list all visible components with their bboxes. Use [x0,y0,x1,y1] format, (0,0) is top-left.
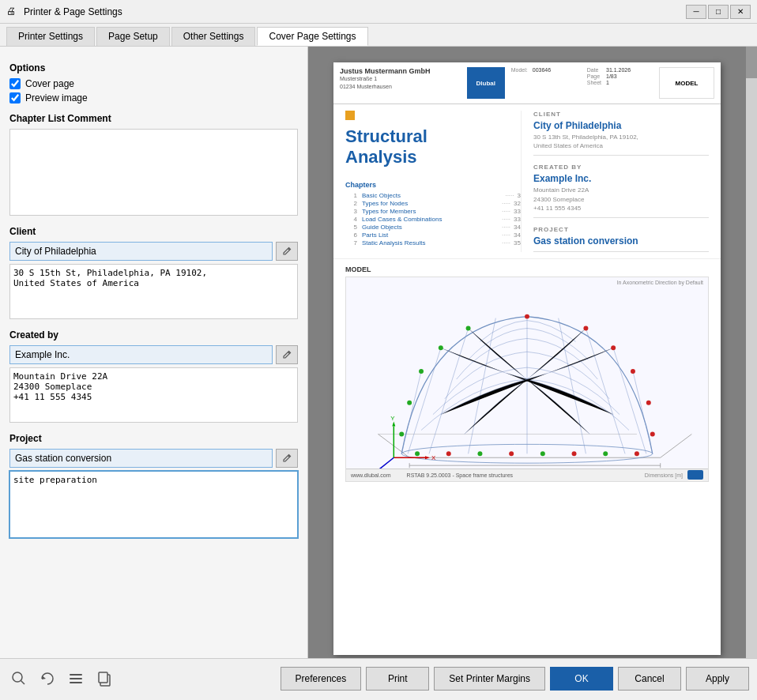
close-button[interactable]: ✕ [730,5,751,19]
svg-point-17 [646,401,651,405]
chapter-num: 1 [345,192,357,199]
app-icon: 🖨 [6,6,19,18]
left-panel: Options Cover page Preview image Chapter… [0,47,308,658]
model-section-label: MODEL [345,265,709,273]
sheet-value: 1 [606,80,656,85]
main-title: Structural Analysis [345,126,521,168]
model-image: In Axonometric Direction by Default [345,277,709,482]
copy-icon-btn[interactable] [93,668,115,690]
refresh-icon-btn[interactable] [36,668,58,690]
copy-icon [96,670,113,687]
preview-image-label: Preview image [25,92,88,103]
svg-marker-32 [392,422,395,427]
preview-header: Justus Mustermann GmbH Musterstraße 1 01… [333,62,721,104]
preferences-button[interactable]: Preferences [281,667,362,691]
bottom-icons [8,668,115,690]
chapter-name: Load Cases & Combinations [362,216,499,223]
svg-point-24 [540,451,545,456]
chapters-list: 1 Basic Objects ····· 3 2 Types for Node… [345,192,521,247]
dome-svg: 24,000 [346,277,708,481]
svg-point-37 [13,672,22,682]
project-name-input[interactable] [9,449,273,468]
scrollbar-thumb[interactable] [746,47,757,78]
preview-image-checkbox[interactable] [9,92,21,103]
svg-point-27 [635,451,639,456]
maximize-button[interactable]: □ [708,5,729,19]
settings-icon-btn[interactable] [65,668,87,690]
tab-cover-page-settings[interactable]: Cover Page Settings [257,27,367,46]
chapter-item: 4 Load Cases & Combinations ····· 33 [345,216,521,223]
svg-point-26 [603,451,608,456]
project-title: Project [9,433,298,444]
main-title-line2: Analysis [345,147,521,167]
minimize-button[interactable]: ─ [686,5,706,19]
client-name-row [9,242,298,261]
chapter-name: Parts List [362,231,499,239]
chapter-item: 5 Guide Objects ····· 34 [345,224,521,231]
ok-button[interactable]: OK [550,667,613,691]
preview-body: Structural Analysis Chapters 1 Basic Obj… [333,104,721,252]
edit-icon [281,246,292,257]
software: RSTAB 9.25.0003 - Space frame structures [407,472,514,478]
tab-other-settings[interactable]: Other Settings [171,27,256,46]
tab-printer-settings[interactable]: Printer Settings [6,27,95,46]
page-label: Page [587,73,601,79]
tab-bar: Printer Settings Page Setup Other Settin… [0,24,757,47]
chapter-dots: ····· [502,200,510,207]
scrollbar-track[interactable] [746,47,757,658]
svg-marker-29 [425,456,430,459]
preview-scroll-area[interactable]: Justus Mustermann GmbH Musterstraße 1 01… [308,47,757,658]
apply-button[interactable]: Apply [686,667,749,691]
project-section-label: PROJECT [533,226,709,233]
chapter-comment-textarea[interactable] [9,129,298,216]
client-edit-button[interactable] [276,242,298,261]
svg-rect-41 [70,678,82,679]
client-name-input[interactable] [9,242,273,261]
chapter-num: 7 [345,239,357,247]
page-preview: Justus Mustermann GmbH Musterstraße 1 01… [333,62,721,655]
client-address-textarea[interactable]: 30 S 15th St, Philadelphia, PA 19102, Un… [9,264,298,319]
chapter-dots: ····· [502,224,510,231]
chapter-comment-title: Chapter List Comment [9,113,298,124]
chapter-name: Static Analysis Results [362,239,499,247]
preview-title-col: Structural Analysis Chapters 1 Basic Obj… [345,111,521,252]
preview-creator-name: Example Inc. [533,173,709,184]
preview-company: Justus Mustermann GmbH Musterstraße 1 01… [340,67,461,99]
created-by-name-input[interactable] [9,345,273,364]
chapter-item: 6 Parts List ····· 34 [345,231,521,239]
print-button[interactable]: Print [366,667,429,691]
preview-logo: Dlubal [467,67,505,99]
chapters-title: Chapters [345,181,521,189]
tab-page-setup[interactable]: Page Setup [96,27,170,46]
chapter-page: 33 [514,216,521,223]
preview-image-row: Preview image [9,92,298,103]
chapter-dots: ····· [502,216,510,223]
created-by-edit-button[interactable] [276,345,298,364]
chapters-section: Chapters 1 Basic Objects ····· 3 2 Types… [345,181,521,247]
preview-company-addr1: Musterstraße 1 [340,75,461,83]
cancel-button[interactable]: Cancel [618,667,681,691]
svg-point-14 [419,369,424,374]
chapter-dots: ····· [502,208,510,215]
svg-point-22 [477,451,482,456]
settings-icon [67,670,85,687]
window-controls: ─ □ ✕ [686,5,751,19]
main-title-line1: Structural [345,126,521,147]
cover-page-checkbox[interactable] [9,78,21,89]
chapter-name: Types for Nodes [362,200,499,207]
svg-point-12 [439,345,443,350]
set-printer-margins-button[interactable]: Set Printer Margins [434,667,545,691]
model-box: MODEL [659,67,714,99]
preview-creator-addr: Mountain Drive 22A24300 Someplace+41 11 … [533,186,709,213]
chapter-dots: ····· [505,192,514,199]
chapter-dots: ····· [502,239,510,247]
preview-project-name: Gas station conversion [533,235,709,247]
page-value: 1/83 [606,73,656,79]
preview-model-info: Model: 003646 Date 31.1.2026 Page 1/83 S… [511,67,656,99]
client-section: CLIENT City of Philadelphia 30 S 13th St… [533,111,709,156]
project-description-textarea[interactable]: site preparation [9,471,298,538]
search-icon-btn[interactable] [8,668,30,690]
project-edit-button[interactable] [276,449,298,468]
created-by-address-textarea[interactable]: Mountain Drive 22A 24300 Someplace +41 1… [9,367,298,423]
chapter-page: 33 [514,208,521,215]
